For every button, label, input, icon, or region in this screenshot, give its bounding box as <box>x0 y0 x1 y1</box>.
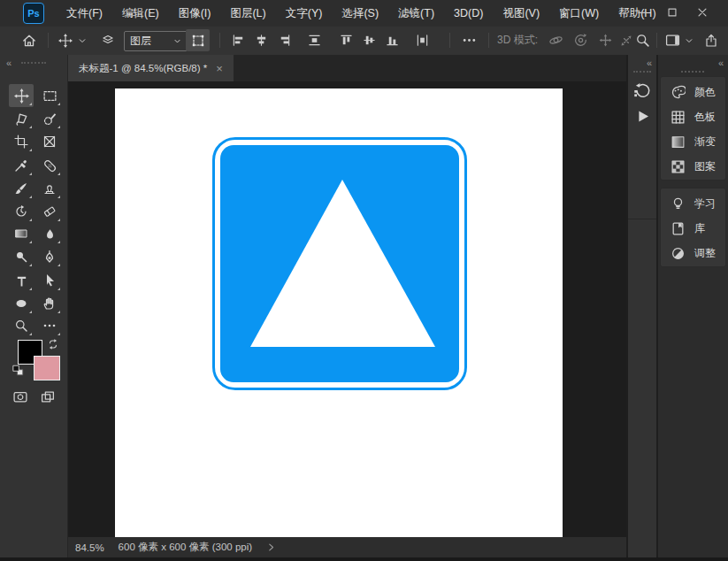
panel-grip[interactable] <box>633 71 651 73</box>
collapse-panel-chevrons[interactable]: « <box>647 58 651 68</box>
menu-image[interactable]: 图像(I) <box>169 0 221 27</box>
menu-3d[interactable]: 3D(D) <box>444 0 493 27</box>
background-color-swatch[interactable] <box>34 356 60 380</box>
auto-select-toggle[interactable] <box>101 27 115 54</box>
quick-mask-mode-button[interactable] <box>11 389 30 404</box>
panel-tab-patterns[interactable]: 图案 <box>661 154 725 179</box>
pen-tool[interactable] <box>37 245 62 268</box>
history-panel-button[interactable] <box>632 81 652 101</box>
home-button[interactable] <box>21 27 37 54</box>
move-tool[interactable] <box>9 84 34 107</box>
document-tab[interactable]: 未标题-1 @ 84.5%(RGB/8) * × <box>68 55 234 81</box>
tab-close-icon[interactable]: × <box>216 63 223 74</box>
status-expand-chevron-icon[interactable] <box>266 542 276 552</box>
menu-edit[interactable]: 编辑(E) <box>112 0 169 27</box>
3d-slide-button[interactable] <box>619 27 633 54</box>
panel-tab-gradients[interactable]: 渐变 <box>661 129 725 154</box>
collapse-panel-chevrons[interactable]: « <box>6 58 11 68</box>
edit-toolbar-button[interactable] <box>37 314 62 337</box>
hand-tool[interactable] <box>37 292 62 315</box>
crop-tool[interactable] <box>9 130 34 153</box>
panel-label: 色板 <box>694 110 716 125</box>
3d-roll-icon <box>573 33 588 48</box>
healing-brush-tool[interactable] <box>37 154 62 177</box>
dodge-tool[interactable] <box>9 245 34 268</box>
separator <box>449 33 450 48</box>
blur-tool[interactable] <box>37 222 62 245</box>
type-tool[interactable] <box>9 269 34 292</box>
collapse-panel-chevrons[interactable]: « <box>718 58 723 68</box>
zoom-tool[interactable] <box>9 314 34 337</box>
move-tool-preset[interactable] <box>58 27 73 54</box>
align-center-v-button[interactable] <box>363 27 376 54</box>
document-canvas[interactable] <box>115 88 563 537</box>
marquee-tool[interactable] <box>37 84 62 107</box>
share-button[interactable] <box>704 27 718 54</box>
workspace-chevron[interactable] <box>685 27 694 54</box>
align-right-icon <box>278 34 291 47</box>
polygonal-lasso-icon <box>14 111 29 127</box>
menu-layer[interactable]: 图层(L) <box>220 0 275 27</box>
minimize-button[interactable] <box>627 0 657 25</box>
align-center-h-button[interactable] <box>255 27 268 54</box>
align-bottom-button[interactable] <box>386 27 399 54</box>
eyedropper-tool[interactable] <box>9 154 34 177</box>
clone-stamp-tool[interactable] <box>37 177 62 200</box>
panel-grip[interactable] <box>21 62 46 64</box>
default-colors-button[interactable] <box>12 365 24 376</box>
blue-sign-artwork <box>212 137 467 390</box>
align-top-button[interactable] <box>340 27 353 54</box>
tool-preset-chevron[interactable] <box>78 27 87 54</box>
maximize-button[interactable] <box>657 0 687 25</box>
menu-window[interactable]: 窗口(W) <box>549 0 609 27</box>
canvas-workspace[interactable] <box>68 81 626 537</box>
panel-tab-adjustments[interactable]: 调整 <box>661 241 725 265</box>
path-selection-tool[interactable] <box>37 269 62 292</box>
shape-tool[interactable] <box>9 292 34 315</box>
workspace-switcher-button[interactable] <box>665 27 680 54</box>
distribute-v-button[interactable] <box>416 27 429 54</box>
3d-roll-button[interactable] <box>573 27 588 54</box>
zoom-level-field[interactable]: 84.5% <box>75 542 104 553</box>
actions-panel-button[interactable] <box>632 106 652 126</box>
close-button[interactable] <box>687 0 717 25</box>
menu-filter[interactable]: 滤镜(T) <box>388 0 444 27</box>
show-transform-controls-toggle[interactable] <box>186 29 210 51</box>
eraser-tool[interactable] <box>37 200 62 223</box>
menu-file[interactable]: 文件(F) <box>57 0 112 27</box>
chevron-down-icon <box>78 36 87 45</box>
3d-pan-button[interactable] <box>598 27 613 54</box>
learn-panels-group: 学习 库 调整 <box>660 188 726 267</box>
3d-pan-icon <box>598 33 613 48</box>
align-left-button[interactable] <box>232 27 245 54</box>
swap-colors-button[interactable] <box>47 338 59 350</box>
panel-tab-learn[interactable]: 学习 <box>661 191 725 216</box>
brush-tool[interactable] <box>9 177 34 200</box>
color-palette-icon <box>671 85 686 100</box>
more-options-dots-icon <box>462 33 477 48</box>
align-right-button[interactable] <box>278 27 291 54</box>
more-align-options-button[interactable] <box>462 27 477 54</box>
actions-play-icon <box>634 108 651 125</box>
photoshop-logo: Ps <box>23 3 44 24</box>
menu-type[interactable]: 文字(Y) <box>276 0 333 27</box>
auto-select-dropdown[interactable]: 图层 <box>124 31 188 51</box>
gradient-tool[interactable] <box>9 222 34 245</box>
3d-zoom-button[interactable] <box>635 27 650 54</box>
align-bottom-icon <box>386 34 399 47</box>
screen-mode-button[interactable] <box>39 389 57 404</box>
pen-nib-icon <box>42 250 57 264</box>
quick-selection-tool[interactable] <box>37 107 62 130</box>
history-brush-tool[interactable] <box>9 200 34 223</box>
lasso-tool[interactable] <box>9 107 34 130</box>
menu-view[interactable]: 视图(V) <box>493 0 549 27</box>
3d-orbit-button[interactable] <box>548 27 563 54</box>
frame-tool[interactable] <box>37 130 62 153</box>
panel-tab-swatches[interactable]: 色板 <box>661 104 725 129</box>
panel-grip[interactable] <box>681 71 704 73</box>
more-options-dots-icon <box>42 319 57 333</box>
panel-tab-libraries[interactable]: 库 <box>661 216 725 241</box>
panel-tab-color[interactable]: 颜色 <box>661 80 725 104</box>
distribute-h-button[interactable] <box>308 27 321 54</box>
menu-select[interactable]: 选择(S) <box>332 0 388 27</box>
